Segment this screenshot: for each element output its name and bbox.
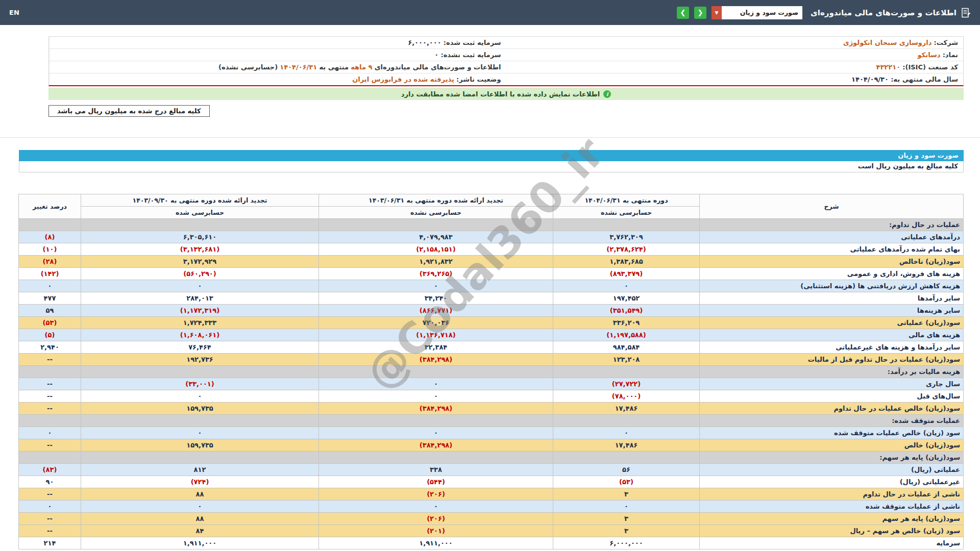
value-cell: (۱,۱۳۶,۷۱۸) (319, 329, 553, 341)
change-percent-cell: ۰ (19, 427, 81, 439)
value-cell: (۲۰۶) (319, 488, 553, 500)
row-label: سود(زیان) خالص (700, 439, 964, 452)
registered-capital-value: ۶,۰۰۰,۰۰۰ (408, 39, 441, 46)
isic-label: کد صنعت (ISIC): (902, 63, 958, 71)
statement-row: سود(زیان) خالص۱۷,۴۸۶(۳۸۴,۲۹۸)۱۵۹,۷۳۵-- (19, 439, 964, 452)
change-percent-cell: ۴۷۷ (19, 292, 81, 305)
value-cell: (۲,۳۷۸,۶۲۴) (553, 243, 700, 256)
value-cell: ۳۴,۲۴۰ (319, 292, 553, 305)
empty-cell (553, 366, 700, 378)
value-cell: ۶,۰۰۰,۰۰۰ (553, 537, 700, 549)
value-cell: (۱,۱۹۷,۵۸۸) (553, 329, 700, 341)
value-cell: ۸۸ (81, 488, 319, 500)
statement-table-head: شرح دوره منتهی به ۱۴۰۴/۰۶/۳۱ تجدید ارائه… (19, 194, 964, 219)
value-cell: ۰ (319, 500, 553, 513)
change-percent-cell: -- (19, 354, 81, 366)
unregistered-capital-value: ۰ (434, 51, 438, 59)
change-percent-cell: (۸۳) (19, 464, 81, 476)
value-cell: ۳ (553, 513, 700, 525)
statement-row: بهای تمام شده درآمدهای عملیاتی(۲,۳۷۸,۶۲۴… (19, 243, 964, 256)
value-cell: ۰ (81, 390, 319, 403)
column-header-description: شرح (700, 194, 964, 219)
row-label: سود (زیان) خالص هر سهم – ریال (700, 525, 964, 537)
column-header-change-percent: درصد تغییر (19, 194, 81, 219)
row-label: سایر درآمدها (700, 292, 964, 305)
value-cell: ۰ (319, 280, 553, 292)
statement-row: سال جاری(۲۷,۷۲۲)۰(۳۳,۰۰۱)-- (19, 378, 964, 390)
column-header-restated-yearend: تجدید ارائه شده دوره منتهی به ۱۴۰۳/۰۹/۳۰ (81, 194, 319, 207)
publisher-status-value: پذیرفته شده در فرابورس ایران (352, 76, 454, 83)
value-cell: ۱,۹۱۱,۰۰۰ (319, 537, 553, 549)
language-toggle[interactable]: EN (9, 9, 19, 16)
empty-cell (19, 415, 81, 427)
signature-banner-text: اطلاعات نمایش داده شده با اطلاعات امضا ش… (401, 90, 600, 98)
empty-cell (319, 219, 553, 231)
info-row: سال مالی منتهی به: ۱۴۰۴/۰۹/۳۰ وضعیت ناشر… (49, 73, 963, 85)
row-label: سرمایه (700, 537, 964, 549)
statement-row: سایر درآمدها و هزینه های غیرعملیاتی۹۸۴,۵… (19, 341, 964, 354)
value-cell: ۷۲۰,۰۳۶ (319, 317, 553, 329)
change-percent-cell: (۱۰) (19, 243, 81, 256)
fiscal-year-field: سال مالی منتهی به: ۱۴۰۴/۰۹/۳۰ (506, 73, 964, 85)
statement-row: سایر هزینه‌ها(۳۵۱,۵۴۹)(۸۶۶,۷۷۱)(۱,۱۷۲,۳۱… (19, 305, 964, 317)
section-header-row: عملیات متوقف شده: (19, 415, 964, 427)
next-statement-button[interactable]: ❯ (677, 7, 689, 19)
value-cell: ۱,۳۸۳,۶۸۵ (553, 256, 700, 268)
info-row: نماد: دسانکو سرمایه ثبت نشده: ۰ (49, 49, 963, 61)
statement-row: سود(زیان) پایه هر سهم۳(۲۰۶)۸۸-- (19, 513, 964, 525)
change-percent-cell: -- (19, 513, 81, 525)
prev-statement-button[interactable]: ❮ (694, 7, 706, 19)
company-label: شرکت: (934, 39, 958, 46)
audit-status-0: حسابرسی نشده (553, 207, 700, 219)
empty-cell (81, 452, 319, 464)
value-cell: ۸۱۲ (81, 464, 319, 476)
row-label: هزینه کاهش ارزش دریافتنی ها (هزینه استثن… (700, 280, 964, 292)
value-cell: (۳۶۹,۲۶۵) (319, 268, 553, 280)
value-cell: (۲۷,۷۲۲) (553, 378, 700, 390)
statement-row: سایر درآمدها۱۹۷,۴۵۲۳۴,۲۴۰۲۸۴,۰۱۳۴۷۷ (19, 292, 964, 305)
value-cell: (۱,۱۷۲,۳۱۹) (81, 305, 319, 317)
period-date: ۱۴۰۴/۰۶/۳۱ (280, 63, 317, 71)
value-cell: ۰ (553, 427, 700, 439)
section-label: عملیات متوقف شده: (700, 415, 964, 427)
company-info-table: شرکت: داروسازی سبحان انکولوژی سرمایه ثبت… (48, 36, 964, 86)
symbol-label: نماد: (943, 51, 958, 59)
units-note-box: کلیه مبالغ درج شده به میلیون ریال می باش… (48, 105, 210, 117)
value-cell: ۸۸ (81, 513, 319, 525)
row-label: ناشی از عملیات متوقف شده (700, 500, 964, 513)
change-percent-cell: -- (19, 403, 81, 415)
registered-capital-field: سرمایه ثبت شده: ۶,۰۰۰,۰۰۰ (49, 37, 506, 48)
isic-field: کد صنعت (ISIC): ۴۳۲۲۱۰ (506, 61, 964, 73)
value-cell: (۵۶۰,۲۹۰) (81, 268, 319, 280)
value-cell: ۱۲۳,۲۰۸ (553, 354, 700, 366)
value-cell: (۳۸۴,۲۹۸) (319, 354, 553, 366)
statement-type-dropdown[interactable]: صورت سود و زیان ▼ (712, 6, 802, 19)
value-cell: ۴,۰۷۹,۹۸۳ (319, 231, 553, 243)
statement-row: درآمدهای عملیاتی۳,۷۶۲,۳۰۹۴,۰۷۹,۹۸۳۶,۳۰۵,… (19, 231, 964, 243)
page-title: اطلاعات و صورت‌های مالی میاندوره‌ای (811, 8, 957, 17)
value-cell: ۸۴ (81, 525, 319, 537)
value-cell: (۳,۱۳۲,۶۸۱) (81, 243, 319, 256)
change-percent-cell: -- (19, 488, 81, 500)
signature-match-banner: اطلاعات نمایش داده شده با اطلاعات امضا ش… (48, 88, 964, 100)
section-label: هزینه مالیات بر درآمد: (700, 366, 964, 378)
value-cell: ۱۵۹,۷۳۵ (81, 403, 319, 415)
row-label: سال جاری (700, 378, 964, 390)
statement-row: سود (زیان) خالص هر سهم – ریال۳(۲۰۱)۸۴-- (19, 525, 964, 537)
value-cell: ۳,۷۶۲,۳۰۹ (553, 231, 700, 243)
value-cell: ۰ (319, 378, 553, 390)
period-suffix: (حسابرسی نشده) (218, 63, 278, 71)
header-row-periods: شرح دوره منتهی به ۱۴۰۴/۰۶/۳۱ تجدید ارائه… (19, 194, 964, 207)
empty-cell (19, 219, 81, 231)
change-percent-cell: (۲۸) (19, 256, 81, 268)
topbar: اطلاعات و صورت‌های مالی میاندوره‌ای صورت… (0, 0, 980, 25)
publisher-status-field: وضعیت ناشر: پذیرفته شده در فرابورس ایران (49, 73, 506, 85)
change-percent-cell: (۱۴۲) (19, 268, 81, 280)
unregistered-capital-field: سرمایه ثبت نشده: ۰ (49, 49, 506, 61)
statement-row: سود(زیان) ناخالص۱,۳۸۳,۶۸۵۱,۹۲۱,۸۳۲۳,۱۷۲,… (19, 256, 964, 268)
statement-table: شرح دوره منتهی به ۱۴۰۴/۰۶/۳۱ تجدید ارائه… (18, 194, 964, 549)
units-box-row: کلیه مبالغ درج شده به میلیون ریال می باش… (48, 105, 964, 117)
statement-dropdown-value: صورت سود و زیان (722, 6, 802, 19)
statement-row: ناشی از عملیات متوقف شده۰۰۰۰ (19, 500, 964, 513)
row-label: عملیاتی (ریال) (700, 464, 964, 476)
